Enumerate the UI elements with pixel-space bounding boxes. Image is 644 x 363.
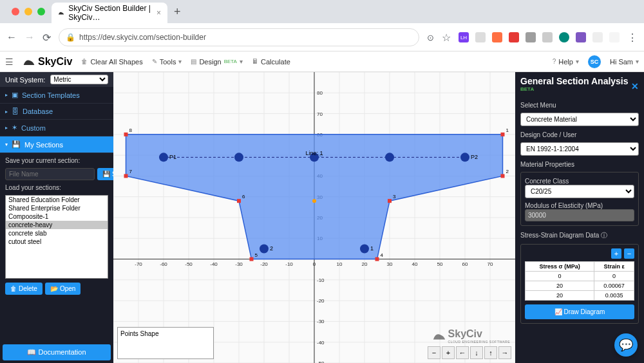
svg-rect-73 [250,257,254,261]
table-row[interactable]: 00 [526,272,634,281]
avatar[interactable]: SC [588,55,601,68]
clear-shapes-button[interactable]: 🗑Clear All Shapes [81,58,142,66]
svg-text:80: 80 [317,90,323,96]
extension-icon[interactable]: LH [459,32,469,42]
concrete-class-select[interactable]: C20/25 [525,185,634,198]
address-bar: ← → ⟳ 🔒 https://dev.skyciv.com/section-b… [0,23,644,51]
chevron-down-icon: ▾ [5,142,8,147]
menu-icon[interactable]: ⋮ [627,32,638,44]
list-item[interactable]: Compoosite-1 [6,212,108,221]
extension-icon[interactable] [492,32,502,42]
design-menu[interactable]: ▤DesignBETA ▾ [191,58,243,66]
chat-icon: 💬 [619,338,633,352]
pan-down-button[interactable]: ↓ [470,346,483,359]
close-panel-icon[interactable]: ✕ [631,81,639,91]
documentation-button[interactable]: 📖 Documentation [3,344,111,360]
pan-up-button[interactable]: ↑ [484,346,497,359]
stress-strain-table[interactable]: Stress σ (MPa)Strain ε00200.00067200.003… [525,261,634,301]
svg-rect-63 [124,133,128,136]
open-button[interactable]: 📂Open [45,283,80,295]
info-icon[interactable]: ⓘ [601,232,607,239]
help-menu[interactable]: ?Help ▾ [553,58,579,66]
minimize-window-icon[interactable] [24,8,32,15]
svg-text:1: 1 [506,127,509,133]
extension-icon[interactable] [609,32,620,42]
database-icon: 🗄 [12,107,19,115]
section-canvas[interactable]: -70-60-50-40-30-20-10010203040506070-50-… [113,72,515,363]
pan-left-button[interactable]: ← [456,346,469,359]
close-window-icon[interactable] [12,8,19,15]
svg-text:50: 50 [437,261,443,267]
list-item[interactable]: concrete slab [6,229,108,237]
url-input[interactable]: 🔒 https://dev.skyciv.com/section-builder [59,28,419,46]
extension-icon[interactable] [592,32,603,42]
extension-icon[interactable] [576,32,586,42]
zoom-in-button[interactable]: + [442,346,455,359]
extension-icon[interactable] [526,32,536,42]
list-item[interactable]: Shared Enterprise Folder [6,204,108,212]
extension-icon[interactable] [542,32,553,42]
trash-icon: 🗑 [81,58,88,65]
sidebar-item-database[interactable]: ▸🗄Database [0,104,113,120]
calculate-button[interactable]: 🖩Calculate [252,58,290,66]
ss-group: + − Stress σ (MPa)Strain ε00200.00067200… [520,244,639,324]
app-toolbar: ☰ SkyCiv 🗑Clear All Shapes ✎Tools ▾ ▤Des… [0,51,644,72]
svg-point-92 [312,199,316,203]
main-layout: Unit System: Metric ▸▣Section Templates … [0,72,644,363]
svg-text:6: 6 [242,194,245,200]
close-tab-icon[interactable]: × [156,8,161,17]
filename-input[interactable] [5,168,95,180]
sidebar-item-custom[interactable]: ▸✶Custom [0,120,113,136]
pan-right-button[interactable]: → [498,346,511,359]
delete-button[interactable]: 🗑Delete [5,283,43,295]
menu-select[interactable]: Concrete Material [520,113,639,126]
list-item[interactable]: concrete-heavy [6,221,108,229]
svg-text:-70: -70 [135,261,142,267]
extension-icon[interactable] [509,32,519,42]
svg-text:60: 60 [462,261,468,267]
table-row[interactable]: 200.0035 [526,291,634,301]
draw-diagram-button[interactable]: 📈 Draw Diagram [525,304,634,319]
unit-select[interactable]: Metric [50,75,108,84]
extension-icon[interactable] [475,32,486,42]
browser-tab[interactable]: SkyCiv Section Builder | SkyCiv… × [52,3,167,23]
list-item[interactable]: Shared Education Folder [6,196,108,204]
user-menu[interactable]: Hi Sam ▾ [610,58,639,66]
help-icon: ? [553,58,556,65]
svg-point-84 [385,153,394,162]
sidebar-item-templates[interactable]: ▸▣Section Templates [0,87,113,104]
svg-text:-30: -30 [235,261,243,267]
svg-text:70: 70 [488,261,493,267]
extension-icon[interactable] [559,32,569,42]
list-item[interactable]: cutout steel [6,237,108,246]
sidebar-body: Save your current section: 💾Save Load yo… [0,153,113,342]
chat-fab[interactable]: 💬 [614,333,638,357]
analysis-panel: General Section Analysis BETA ✕ Select M… [515,72,644,363]
shape-info-box: Points Shape [117,327,214,359]
svg-text:0: 0 [313,261,316,267]
folder-icon: ▣ [12,91,18,99]
zoom-out-button[interactable]: − [428,346,440,359]
maximize-window-icon[interactable] [37,8,45,15]
tab-title: SkyCiv Section Builder | SkyCiv… [68,4,153,22]
design-code-select[interactable]: EN 1992-1-1:2004 [520,142,639,156]
section-plot[interactable]: -70-60-50-40-30-20-10010203040506070-50-… [113,72,515,363]
skyciv-logo[interactable]: SkyCiv [23,56,72,68]
window-controls[interactable] [5,8,52,15]
new-tab-button[interactable]: + [167,5,187,19]
forward-button[interactable]: → [24,32,35,43]
sections-listbox[interactable]: Shared Education FolderShared Enterprise… [5,195,108,279]
wrench-icon: ✎ [152,58,157,65]
sidebar-accordion: ▸▣Section Templates ▸🗄Database ▸✶Custom … [0,87,113,153]
sidebar-item-mysections[interactable]: ▾💾My Sections [0,136,113,153]
remove-row-button[interactable]: − [624,248,634,259]
menu-icon[interactable]: ☰ [5,57,14,67]
add-row-button[interactable]: + [611,248,621,259]
search-icon[interactable]: ⊙ [427,33,434,42]
back-button[interactable]: ← [6,32,17,43]
tools-menu[interactable]: ✎Tools ▾ [152,58,182,66]
table-row[interactable]: 200.00067 [526,281,634,291]
chevron-right-icon: ▸ [5,109,8,115]
bookmark-icon[interactable]: ☆ [442,32,451,44]
reload-button[interactable]: ⟳ [43,32,51,44]
